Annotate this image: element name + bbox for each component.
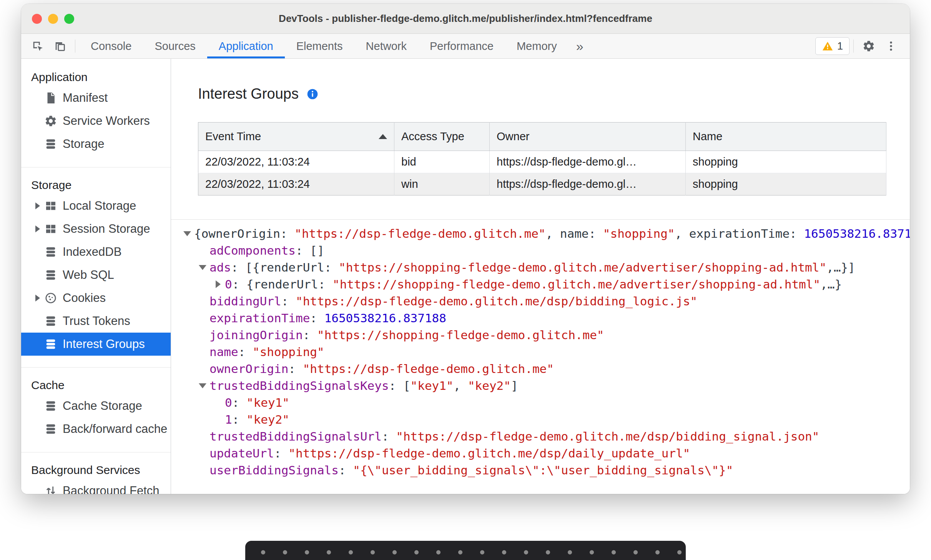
tab-console[interactable]: Console xyxy=(79,34,143,58)
sidebar-item-cookies[interactable]: Cookies xyxy=(21,287,171,310)
table-cell: bid xyxy=(394,151,490,173)
tree-line[interactable]: updateUrl: "https://dsp-fledge-demo.glit… xyxy=(180,445,910,462)
tree-line[interactable]: 0: {renderUrl: "https://shopping-fledge-… xyxy=(180,276,910,293)
collapse-arrow-icon[interactable] xyxy=(196,265,209,270)
tree-line[interactable]: ownerOrigin: "https://dsp-fledge-demo.gl… xyxy=(180,360,910,377)
sidebar-item-background-fetch[interactable]: Background Fetch xyxy=(21,479,171,494)
token-plain: {ownerOrigin: xyxy=(194,227,294,240)
token-key: userBiddingSignals xyxy=(209,463,339,477)
token-plain: : xyxy=(281,294,296,308)
column-header-name[interactable]: Name xyxy=(686,123,886,151)
token-string: "shopping" xyxy=(253,345,324,359)
device-toolbar-icon[interactable] xyxy=(49,34,71,58)
collapse-arrow-icon[interactable] xyxy=(180,231,194,236)
tree-line[interactable]: 0: "key1" xyxy=(180,394,910,411)
devtools-content: ApplicationManifestService WorkersStorag… xyxy=(21,59,910,494)
tab-performance[interactable]: Performance xyxy=(418,34,505,58)
sidebar-section-storage: StorageLocal StorageSession StorageIndex… xyxy=(21,167,171,367)
table-body: 22/03/2022, 11:03:24bidhttps://dsp-fledg… xyxy=(198,151,886,196)
sidebar-item-local-storage[interactable]: Local Storage xyxy=(21,194,171,217)
tree-line[interactable]: joiningOrigin: "https://shopping-fledge-… xyxy=(180,326,910,343)
token-string: "https://dsp-fledge-demo.glitch.me" xyxy=(303,362,554,376)
sidebar-item-web-sql[interactable]: Web SQL xyxy=(21,263,171,287)
kebab-menu-icon[interactable] xyxy=(880,34,902,58)
token-plain: : xyxy=(303,328,317,342)
token-plain: : [{renderUrl: xyxy=(231,260,339,274)
tree-line[interactable]: adComponents: [] xyxy=(180,242,910,259)
more-tabs-chevron[interactable]: » xyxy=(569,34,591,58)
expand-arrow-icon[interactable] xyxy=(211,280,225,288)
token-string: "https://dsp-fledge-demo.glitch.me/dsp/b… xyxy=(396,429,819,443)
token-plain: : {renderUrl: xyxy=(232,277,332,291)
expand-arrow-icon[interactable] xyxy=(31,202,44,209)
token-key: trustedBiddingSignalsKeys xyxy=(209,379,389,393)
sidebar-item-label: Trust Tokens xyxy=(63,314,130,328)
sidebar-item-label: Cache Storage xyxy=(63,399,142,413)
token-key: updateUrl xyxy=(209,446,274,460)
sidebar-section-application: ApplicationManifestService WorkersStorag… xyxy=(21,59,171,167)
sidebar-item-label: Session Storage xyxy=(63,222,150,236)
table-icon xyxy=(44,222,57,235)
sidebar-sections: ApplicationManifestService WorkersStorag… xyxy=(21,59,171,494)
table-icon xyxy=(44,199,57,212)
tab-application[interactable]: Application xyxy=(207,34,285,58)
tree-line[interactable]: userBiddingSignals: "{\"user_bidding_sig… xyxy=(180,462,910,479)
tab-memory[interactable]: Memory xyxy=(505,34,569,58)
column-header-event-time[interactable]: Event Time xyxy=(198,123,394,151)
sidebar-item-cache-storage[interactable]: Cache Storage xyxy=(21,394,171,418)
token-plain: : xyxy=(232,396,246,409)
tree-line[interactable]: trustedBiddingSignalsKeys: ["key1", "key… xyxy=(180,377,910,394)
sidebar-item-trust-tokens[interactable]: Trust Tokens xyxy=(21,310,171,333)
sidebar-item-label: Manifest xyxy=(63,91,108,105)
info-icon[interactable] xyxy=(306,88,319,100)
warnings-badge[interactable]: 1 xyxy=(815,37,850,55)
sidebar-item-back-forward-cache[interactable]: Back/forward cache xyxy=(21,418,171,441)
token-plain: : [] xyxy=(296,244,324,257)
toolbar-spacer xyxy=(591,34,815,58)
table-row[interactable]: 22/03/2022, 11:03:24winhttps://dsp-fledg… xyxy=(198,173,886,196)
tree-line[interactable]: trustedBiddingSignalsUrl: "https://dsp-f… xyxy=(180,428,910,445)
gear-icon[interactable] xyxy=(858,34,880,58)
tree-line[interactable]: {ownerOrigin: "https://dsp-fledge-demo.g… xyxy=(180,225,910,242)
database-icon xyxy=(44,422,57,436)
table-cell: win xyxy=(394,173,490,196)
sidebar-item-indexeddb[interactable]: IndexedDB xyxy=(21,240,171,263)
tree-line[interactable]: expirationTime: 1650538216.837188 xyxy=(180,310,910,326)
document-icon xyxy=(44,91,57,104)
token-plain: , name: xyxy=(546,227,603,240)
token-string: "shopping" xyxy=(603,227,675,240)
sidebar-item-label: Background Fetch xyxy=(63,484,160,494)
table-header: Event TimeAccess TypeOwnerName xyxy=(198,123,886,151)
token-key: biddingUrl xyxy=(209,294,281,308)
sidebar-item-session-storage[interactable]: Session Storage xyxy=(21,217,171,240)
sidebar-item-label: IndexedDB xyxy=(63,245,121,259)
tree-line[interactable]: ads: [{renderUrl: "https://shopping-fled… xyxy=(180,259,910,276)
token-plain: : [ xyxy=(389,379,411,393)
interest-groups-pane: Interest Groups Event TimeAccess TypeOwn… xyxy=(171,59,910,494)
tab-network[interactable]: Network xyxy=(354,34,418,58)
expand-arrow-icon[interactable] xyxy=(31,295,44,302)
devtools-toolbar: ConsoleSourcesApplicationElementsNetwork… xyxy=(21,34,910,59)
sidebar-item-label: Back/forward cache xyxy=(63,422,167,436)
token-key: ads xyxy=(209,260,231,274)
sidebar-item-interest-groups[interactable]: Interest Groups xyxy=(21,333,171,356)
tab-sources[interactable]: Sources xyxy=(143,34,207,58)
tree-line[interactable]: biddingUrl: "https://dsp-fledge-demo.gli… xyxy=(180,293,910,310)
column-header-owner[interactable]: Owner xyxy=(490,123,686,151)
expand-arrow-icon[interactable] xyxy=(31,225,44,232)
sidebar-section-cache: CacheCache StorageBack/forward cache xyxy=(21,367,171,452)
tree-line[interactable]: name: "shopping" xyxy=(180,343,910,360)
inspect-cursor-icon[interactable] xyxy=(27,34,49,58)
collapse-arrow-icon[interactable] xyxy=(196,383,209,388)
sidebar-item-manifest[interactable]: Manifest xyxy=(21,86,171,109)
gear-icon xyxy=(44,114,57,128)
tab-elements[interactable]: Elements xyxy=(285,34,354,58)
table-row[interactable]: 22/03/2022, 11:03:24bidhttps://dsp-fledg… xyxy=(198,151,886,173)
token-plain: : xyxy=(274,446,288,460)
tree-line[interactable]: 1: "key2" xyxy=(180,411,910,428)
sidebar-item-service-workers[interactable]: Service Workers xyxy=(21,109,171,133)
sidebar-item-storage[interactable]: Storage xyxy=(21,133,171,156)
column-header-access-type[interactable]: Access Type xyxy=(394,123,490,151)
header-row: Event TimeAccess TypeOwnerName xyxy=(198,123,886,151)
token-key: ownerOrigin xyxy=(209,362,288,376)
